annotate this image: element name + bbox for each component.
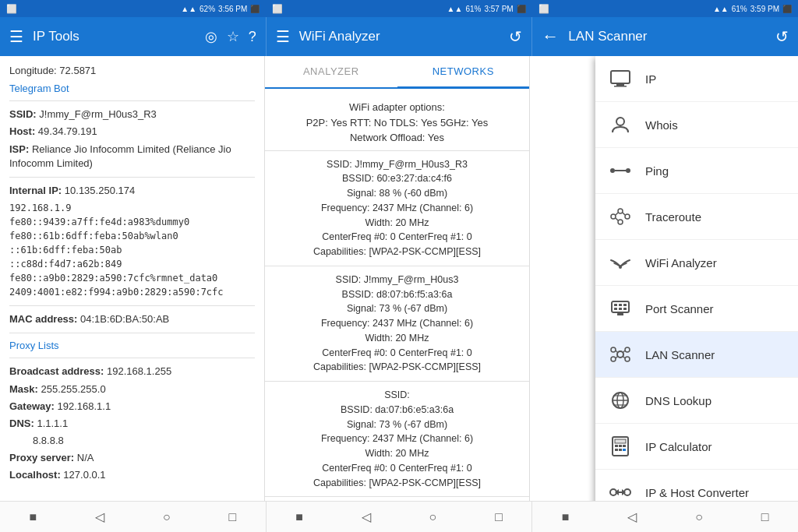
svg-rect-15 [612,301,629,312]
ip-line-7: 2409:4001:e82:f994:a9b0:2829:a590:7cfc [9,285,255,299]
wifi-adapter-info: WiFi adapter options: P2P: Yes RTT: No T… [265,95,529,151]
nav-back-3[interactable]: ◁ [618,506,646,527]
status-bars: ⬜ ▲▲ 62% 3:56 PM ⬛ ⬜ ▲▲ 61% 3:57 PM ⬛ ⬜ … [0,0,798,17]
ping-icon [608,158,633,183]
menu-item-ip-host-converter[interactable]: IP & Host Converter [595,470,798,501]
nav-recent-1[interactable]: □ [220,507,246,527]
nav-recent-2[interactable]: □ [486,507,512,527]
svg-rect-2 [614,86,627,87]
lan-scanner-label: LAN Scanner [645,348,715,361]
menu-icon-wifi[interactable]: ☰ [276,27,290,46]
status-bar-2: ⬜ ▲▲ 61% 3:57 PM ⬛ [266,0,531,17]
back-icon-lan[interactable]: ← [542,26,559,47]
menu-item-ip-calculator[interactable]: IP Calculator [595,424,798,470]
svg-line-13 [616,218,618,220]
proxy-lists-link[interactable]: Proxy Lists [9,340,255,351]
menu-item-ping[interactable]: Ping [595,148,798,194]
svg-point-8 [618,209,623,213]
refresh-icon-wifi[interactable]: ↺ [509,27,522,46]
svg-rect-38 [615,439,626,443]
time-2: 3:57 PM [484,5,513,13]
dns-info: DNS: 1.1.1.1 [9,417,255,431]
app-bar-wifi: ☰ WiFi Analyzer ↺ [267,17,533,56]
refresh-icon-lan[interactable]: ↺ [775,27,789,46]
panel-wifi: ANALYZER NETWORKS WiFi adapter options: … [265,56,530,501]
nav-bar-1: ■ ◁ ○ □ [0,502,267,532]
host-info: Host: 49.34.79.191 [9,125,255,139]
app-title-iptools: IP Tools [33,29,196,44]
mac-info: MAC address: 04:1B:6D:BA:50:AB [9,312,255,326]
menu-item-dns-lookup[interactable]: DNS Lookup [595,378,798,424]
wifi-analyzer-icon [608,250,633,275]
ip-host-converter-label: IP & Host Converter [645,486,749,499]
notification-icon-2: ⬜ [272,4,283,14]
panel-lan: IP Whois Ping Traceroute [530,56,798,501]
alarm-icon-2: ⬛ [517,5,526,13]
check-icon-iptools[interactable]: ◎ [205,28,217,45]
nav-square-3[interactable]: ■ [553,507,579,527]
svg-rect-0 [611,71,630,83]
dns-lookup-icon [608,388,633,413]
tab-networks[interactable]: NETWORKS [397,56,530,89]
svg-point-27 [625,357,630,361]
menu-item-port-scanner[interactable]: Port Scanner [595,286,798,332]
nav-bar-2: ■ ◁ ○ □ [267,502,533,532]
nav-square-2[interactable]: ■ [286,507,312,527]
menu-item-whois[interactable]: Whois [595,102,798,148]
svg-point-25 [611,357,616,361]
ip-calculator-label: IP Calculator [645,440,712,453]
ssid-info: SSID: J!mmy_F@rm_H0us3_R3 [9,107,255,122]
nav-square-1[interactable]: ■ [19,507,46,527]
help-icon-iptools[interactable]: ? [249,29,256,45]
svg-line-12 [623,213,625,215]
menu-item-lan-scanner[interactable]: LAN Scanner [595,332,798,378]
nav-back-2[interactable]: ◁ [352,506,380,527]
star-icon-iptools[interactable]: ☆ [227,28,239,45]
svg-rect-39 [615,445,618,447]
nav-home-3[interactable]: ○ [686,507,712,527]
divider-4 [9,333,255,333]
notification-icon-1: ⬜ [6,4,17,14]
notification-icon-3: ⬜ [538,4,549,14]
dns-lookup-label: DNS Lookup [645,394,711,407]
proxy-server-label: Proxy server: [9,452,74,463]
svg-rect-22 [617,313,623,315]
menu-item-ip[interactable]: IP [595,56,798,102]
adapter-line3: Network Offload: Yes [274,130,520,146]
svg-point-4 [610,168,615,173]
panel-iptools: Longitude: 72.5871 Telegram Bot SSID: J!… [0,56,265,501]
svg-rect-42 [615,449,618,451]
adapter-line2: P2P: Yes RTT: No TDLS: Yes 5GHz: Yes [274,115,520,131]
wifi-analyzer-label: WiFi Analyzer [645,256,717,270]
app-title-wifi: WiFi Analyzer [299,29,500,44]
time-1: 3:56 PM [218,5,247,13]
svg-point-24 [611,347,616,352]
ip-label: IP [645,72,656,86]
telegram-bot-link[interactable]: Telegram Bot [9,83,255,94]
menu-item-wifi-analyzer[interactable]: WiFi Analyzer [595,240,798,286]
svg-rect-20 [619,308,622,310]
signal-2: ▲▲ [447,5,463,13]
dns-label: DNS: [9,417,34,429]
svg-rect-40 [619,445,622,447]
ip-line-5: ::c88d:f4d7:a62b:849 [9,257,255,271]
tab-analyzer[interactable]: ANALYZER [265,56,397,87]
menu-item-traceroute[interactable]: Traceroute [595,194,798,240]
nav-home-1[interactable]: ○ [154,507,180,527]
nav-bars: ■ ◁ ○ □ ■ ◁ ○ □ ■ ◁ ○ □ [0,501,798,532]
app-bars: ☰ IP Tools ◎ ☆ ? ☰ WiFi Analyzer ↺ ← LAN… [0,17,798,56]
ping-label: Ping [645,164,669,178]
alarm-icon-3: ⬛ [782,5,792,13]
svg-rect-18 [623,304,627,306]
menu-icon-iptools[interactable]: ☰ [9,27,23,46]
nav-home-2[interactable]: ○ [420,507,447,527]
ip-lines: 192.168.1.9 fe80::9439:a7ff:fe4d:a983%du… [9,201,255,299]
gateway-info: Gateway: 192.168.1.1 [9,400,255,414]
svg-point-3 [616,118,624,125]
nav-recent-3[interactable]: □ [752,507,779,527]
nav-back-1[interactable]: ◁ [86,506,114,527]
isp-info: ISP: Reliance Jio Infocomm Limited (Reli… [9,143,255,171]
internal-ip-label: Internal IP: [9,185,62,196]
svg-rect-41 [623,445,626,447]
nav-bar-3: ■ ◁ ○ □ [532,502,798,532]
